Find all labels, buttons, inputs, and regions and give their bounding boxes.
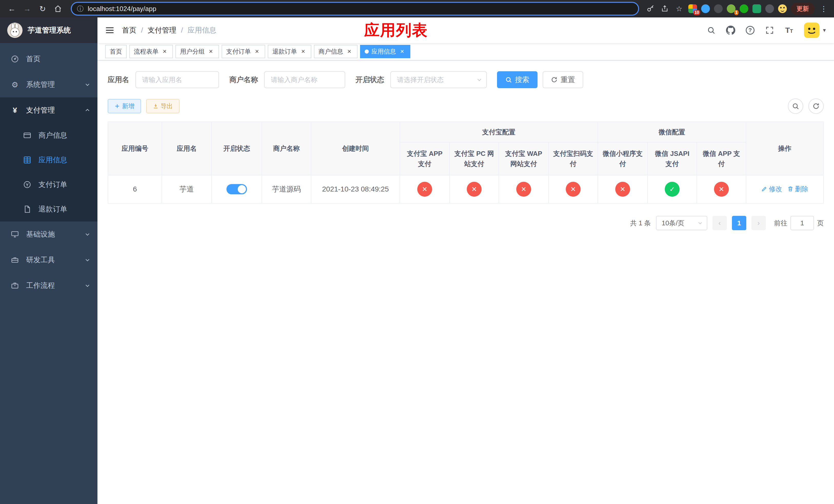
extension-apps-icon[interactable]: 10 <box>688 4 697 13</box>
page-content: 应用名 商户名称 开启状态 <box>97 61 834 504</box>
tab-merchant-info[interactable]: 商户信息 × <box>314 45 357 58</box>
col-alipay-app: 支付宝 APP 支付 <box>400 142 449 175</box>
alipay-wap-status-icon: ✕ <box>516 182 531 197</box>
sidebar-item-workflow[interactable]: 工作流程 <box>0 273 97 298</box>
col-app-id: 应用编号 <box>108 122 162 175</box>
chevron-down-icon <box>85 82 90 87</box>
tab-home[interactable]: 首页 <box>105 45 127 58</box>
filter-label-status: 开启状态 <box>355 75 384 85</box>
sidebar-item-home[interactable]: 首页 <box>0 46 97 72</box>
chevron-down-icon <box>85 231 90 237</box>
extension-gray-icon[interactable] <box>765 4 774 13</box>
profile-emoji-icon[interactable] <box>778 4 787 13</box>
share-icon[interactable] <box>660 4 670 14</box>
tab-label: 应用信息 <box>371 47 396 55</box>
prev-page-button[interactable]: ‹ <box>712 216 727 230</box>
col-actions: 操作 <box>746 122 824 175</box>
merchant-name-input[interactable] <box>264 71 345 88</box>
dashboard-icon <box>10 55 20 63</box>
wechat-app-status-icon: ✕ <box>714 182 729 197</box>
browser-menu-icon[interactable]: ⋮ <box>819 4 829 14</box>
tab-app-info[interactable]: 应用信息 × <box>360 45 410 58</box>
col-app-name: 应用名 <box>162 122 212 175</box>
extension-dark-icon[interactable] <box>714 4 723 13</box>
sidebar-item-label: 首页 <box>26 54 41 64</box>
breadcrumb-payment[interactable]: 支付管理 <box>148 25 176 35</box>
browser-reload-button[interactable]: ↻ <box>36 2 49 15</box>
yen-icon: ¥ <box>10 106 20 115</box>
toggle-search-button[interactable] <box>788 98 803 114</box>
tab-label: 支付订单 <box>226 47 251 55</box>
extension-green-icon[interactable] <box>752 4 761 13</box>
browser-update-button[interactable]: 更新 <box>791 3 814 15</box>
sidebar-item-system[interactable]: ⚙ 系统管理 <box>0 72 97 97</box>
extension-wechat-icon[interactable] <box>740 4 748 13</box>
export-button-label: 导出 <box>160 102 173 110</box>
address-bar[interactable]: ⓘ localhost:1024/pay/app <box>71 2 639 16</box>
sidebar-item-dev-tools[interactable]: 研发工具 <box>0 247 97 273</box>
col-merchant: 商户名称 <box>262 122 311 175</box>
search-button[interactable]: 搜索 <box>497 71 537 88</box>
browser-back-button[interactable]: ← <box>5 2 19 15</box>
page-size-select[interactable]: 10条/页 <box>656 216 707 230</box>
chevron-up-icon <box>85 108 90 113</box>
close-icon[interactable]: × <box>254 48 261 55</box>
close-icon[interactable]: × <box>207 48 214 55</box>
password-key-icon[interactable] <box>645 4 656 14</box>
extension-avatar-icon[interactable]: 1 <box>727 4 736 13</box>
cell-status <box>212 175 262 203</box>
delete-link[interactable]: 删除 <box>787 185 808 193</box>
page-info-icon[interactable]: ⓘ <box>77 4 84 13</box>
refresh-table-button[interactable] <box>808 98 824 114</box>
page-number-button[interactable]: 1 <box>732 216 746 230</box>
goto-page-input[interactable] <box>790 216 814 230</box>
tab-user-group[interactable]: 用户分组 × <box>175 45 219 58</box>
bookmark-star-icon[interactable]: ☆ <box>674 4 684 14</box>
sidebar-logo[interactable]: 芋道管理系统 <box>0 18 97 43</box>
collapse-sidebar-icon[interactable] <box>97 26 122 35</box>
sidebar-item-pay-order[interactable]: 支付订单 <box>0 172 97 197</box>
delete-link-label: 删除 <box>795 185 808 193</box>
trash-icon <box>787 186 793 192</box>
help-icon[interactable]: ? <box>740 18 760 43</box>
breadcrumb-home[interactable]: 首页 <box>122 25 136 35</box>
extension-blue-icon[interactable] <box>701 4 710 13</box>
browser-home-button[interactable] <box>51 2 65 15</box>
close-icon[interactable]: × <box>346 48 353 55</box>
add-button[interactable]: 新增 <box>108 99 141 113</box>
close-icon[interactable]: × <box>161 48 168 55</box>
user-avatar[interactable]: ▾ <box>799 23 834 38</box>
header-search-icon[interactable] <box>701 18 721 43</box>
sidebar-item-label: 基础设施 <box>26 229 55 239</box>
breadcrumb-current: 应用信息 <box>188 25 216 35</box>
status-select-wrap <box>390 71 487 88</box>
reset-button[interactable]: 重置 <box>543 71 583 88</box>
navbar: 首页 / 支付管理 / 应用信息 应用列表 ? <box>97 18 834 43</box>
export-button[interactable]: 导出 <box>146 99 179 113</box>
browser-forward-button[interactable]: → <box>21 2 34 15</box>
tab-process-form[interactable]: 流程表单 × <box>129 45 173 58</box>
sidebar-item-merchant-info[interactable]: 商户信息 <box>0 123 97 148</box>
goto-unit: 页 <box>817 219 824 228</box>
sidebar-item-app-info[interactable]: 应用信息 <box>0 148 97 172</box>
fullscreen-icon[interactable] <box>760 18 780 43</box>
close-icon[interactable]: × <box>300 48 307 55</box>
edit-link[interactable]: 修改 <box>761 185 782 193</box>
filter-label-app-name: 应用名 <box>108 75 129 85</box>
navbar-right: ? TT ▾ <box>701 18 834 43</box>
sidebar-item-refund-order[interactable]: 退款订单 <box>0 197 97 222</box>
sidebar-item-payment[interactable]: ¥ 支付管理 <box>0 97 97 123</box>
gear-icon: ⚙ <box>10 80 20 89</box>
close-icon[interactable]: × <box>398 48 406 55</box>
font-size-icon[interactable]: TT <box>780 18 799 43</box>
tab-pay-order[interactable]: 支付订单 × <box>222 45 265 58</box>
next-page-button[interactable]: › <box>751 216 766 230</box>
tab-refund-order[interactable]: 退款订单 × <box>268 45 311 58</box>
alipay-pc-status-icon: ✕ <box>467 182 482 197</box>
app-name-input[interactable] <box>135 71 219 88</box>
breadcrumb-separator: / <box>181 26 183 35</box>
github-icon[interactable] <box>721 18 740 43</box>
sidebar-item-infra[interactable]: 基础设施 <box>0 222 97 247</box>
status-select[interactable] <box>390 71 487 88</box>
status-toggle[interactable] <box>226 184 247 194</box>
